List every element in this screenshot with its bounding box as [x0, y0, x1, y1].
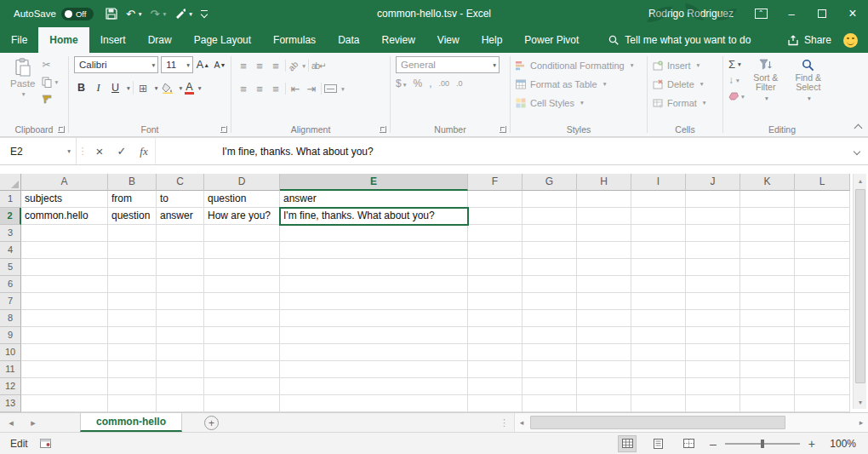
redo-dropdown-icon[interactable]: ▾: [163, 10, 166, 18]
cell-L12[interactable]: [795, 378, 850, 395]
col-header-A[interactable]: A: [21, 174, 108, 191]
cell-C1[interactable]: to: [157, 191, 204, 208]
cell-A6[interactable]: [21, 276, 108, 293]
cell-H1[interactable]: [577, 191, 631, 208]
cell-B6[interactable]: [108, 276, 157, 293]
col-header-H[interactable]: H: [577, 174, 631, 191]
autosave-toggle[interactable]: AutoSave Off: [14, 8, 94, 20]
tab-draw[interactable]: Draw: [137, 27, 183, 53]
orientation-dropdown-icon[interactable]: ▾: [302, 62, 306, 70]
formula-input[interactable]: I'm fine, thanks. What about you?: [155, 138, 846, 164]
autosum-button[interactable]: Σ▾: [728, 57, 745, 71]
cell-F13[interactable]: [468, 395, 523, 412]
cell-B5[interactable]: [108, 259, 157, 276]
increase-indent-button[interactable]: ⇥: [305, 83, 318, 95]
borders-button[interactable]: ⊞: [136, 80, 151, 95]
cell-I8[interactable]: [631, 310, 686, 327]
cell-B3[interactable]: [108, 225, 157, 242]
bold-button[interactable]: B: [74, 80, 89, 95]
user-name[interactable]: Rodrigo Rodriguez: [648, 8, 734, 20]
cell-I3[interactable]: [631, 225, 686, 242]
cell-H6[interactable]: [577, 276, 631, 293]
cell-A1[interactable]: subjects: [21, 191, 108, 208]
cell-E5[interactable]: [280, 259, 468, 276]
fill-button[interactable]: ↓▾: [728, 73, 745, 87]
merge-center-icon[interactable]: [324, 84, 337, 93]
name-box-dropdown-icon[interactable]: ▾: [67, 147, 71, 155]
cell-I2[interactable]: [631, 208, 686, 225]
cancel-entry-button[interactable]: ×: [89, 138, 111, 164]
save-icon[interactable]: [106, 8, 117, 20]
cell-F12[interactable]: [468, 378, 523, 395]
cell-B2[interactable]: question: [108, 208, 157, 225]
autosave-switch[interactable]: Off: [61, 8, 94, 20]
borders-dropdown-icon[interactable]: ▾: [155, 84, 158, 92]
tab-insert[interactable]: Insert: [89, 27, 137, 53]
cell-E9[interactable]: [280, 327, 468, 344]
cell-F1[interactable]: [468, 191, 523, 208]
cell-L13[interactable]: [795, 395, 850, 412]
cell-G11[interactable]: [523, 361, 577, 378]
cell-A4[interactable]: [21, 242, 108, 259]
cell-E11[interactable]: [280, 361, 468, 378]
cell-J6[interactable]: [686, 276, 740, 293]
ribbon-display-options-button[interactable]: ⌃: [745, 0, 776, 27]
font-color-dropdown-icon[interactable]: ▾: [198, 84, 202, 92]
row-header-4[interactable]: 4: [0, 242, 21, 259]
decrease-decimal-button[interactable]: .0: [456, 79, 463, 88]
clear-button[interactable]: ▾: [728, 89, 745, 103]
cell-K3[interactable]: [740, 225, 795, 242]
select-all-corner[interactable]: [0, 174, 21, 191]
cell-E10[interactable]: [280, 344, 468, 361]
cut-button[interactable]: ✂: [42, 58, 58, 72]
cell-I9[interactable]: [631, 327, 686, 344]
sort-filter-button[interactable]: Sort & Filter ▾: [745, 56, 787, 103]
cell-A7[interactable]: [21, 293, 108, 310]
cell-E4[interactable]: [280, 242, 468, 259]
feedback-smiley-icon[interactable]: [843, 33, 858, 48]
row-header-8[interactable]: 8: [0, 310, 21, 327]
cell-L6[interactable]: [795, 276, 850, 293]
cell-D12[interactable]: [204, 378, 280, 395]
cell-H9[interactable]: [577, 327, 631, 344]
cell-I10[interactable]: [631, 344, 686, 361]
insert-cells-button[interactable]: Insert ▾: [653, 56, 719, 74]
minimize-button[interactable]: –: [776, 0, 807, 27]
clipboard-dialog-launcher-icon[interactable]: [58, 126, 65, 133]
cell-L1[interactable]: [795, 191, 850, 208]
cell-L11[interactable]: [795, 361, 850, 378]
tab-page-layout[interactable]: Page Layout: [183, 27, 262, 53]
normal-view-button[interactable]: [618, 435, 637, 452]
cell-C4[interactable]: [157, 242, 204, 259]
cell-I5[interactable]: [631, 259, 686, 276]
col-header-C[interactable]: C: [157, 174, 204, 191]
tab-formulas[interactable]: Formulas: [262, 27, 327, 53]
cell-E12[interactable]: [280, 378, 468, 395]
font-size-select[interactable]: 11▾: [161, 56, 193, 73]
cell-F3[interactable]: [468, 225, 523, 242]
cell-I1[interactable]: [631, 191, 686, 208]
copy-button[interactable]: ▾: [42, 75, 58, 89]
cell-C12[interactable]: [157, 378, 204, 395]
cell-A2[interactable]: common.hello: [21, 208, 108, 225]
cell-G13[interactable]: [523, 395, 577, 412]
bottom-align-button[interactable]: ≡: [269, 60, 283, 72]
decrease-indent-button[interactable]: ⇤: [288, 83, 302, 95]
cell-A11[interactable]: [21, 361, 108, 378]
cell-J10[interactable]: [686, 344, 740, 361]
next-sheet-icon[interactable]: ▸: [22, 413, 44, 432]
tab-view[interactable]: View: [426, 27, 471, 53]
cell-H11[interactable]: [577, 361, 631, 378]
find-select-button[interactable]: Find & Select ▾: [787, 56, 830, 103]
conditional-formatting-button[interactable]: Conditional Formatting ▾: [516, 56, 643, 74]
italic-button[interactable]: I: [91, 80, 106, 95]
formula-bar-splitter[interactable]: ⋮: [77, 138, 89, 164]
cell-I4[interactable]: [631, 242, 686, 259]
enter-entry-button[interactable]: ✓: [111, 138, 133, 164]
zoom-level[interactable]: 100%: [827, 438, 856, 450]
cell-H4[interactable]: [577, 242, 631, 259]
cell-H7[interactable]: [577, 293, 631, 310]
vertical-scrollbar-thumb[interactable]: [855, 189, 865, 383]
cell-C7[interactable]: [157, 293, 204, 310]
top-align-button[interactable]: ≡: [237, 60, 250, 72]
